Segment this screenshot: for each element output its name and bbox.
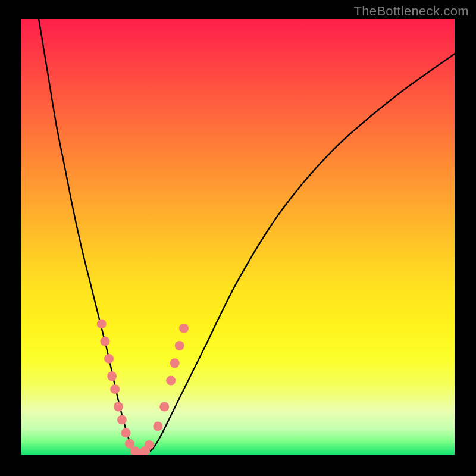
marker-dot [170,358,180,368]
marker-dot [175,341,184,350]
curve-layer [21,19,455,455]
marker-dot [104,354,114,364]
marker-dot [107,371,117,381]
marker-dot [117,415,127,424]
marker-dot [121,428,130,437]
marker-dot [159,402,169,411]
watermark-label: TheBottleneck.com [354,4,469,19]
chart-frame: TheBottleneck.com [0,0,476,476]
highlighted-points [97,319,189,455]
marker-dot [145,440,154,450]
bottleneck-curve [39,19,455,454]
marker-dot [166,376,176,386]
marker-dot [153,421,162,431]
marker-dot [179,324,189,333]
marker-dot [101,337,110,346]
marker-dot [114,402,123,411]
marker-dot [110,384,120,394]
marker-dot [97,319,107,328]
plot-area [21,19,455,455]
